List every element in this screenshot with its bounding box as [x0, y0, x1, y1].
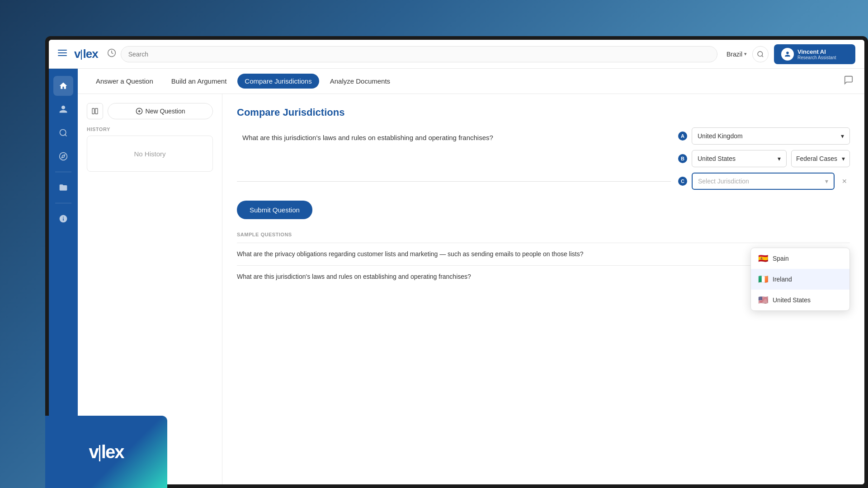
jurisdiction-label-c: C	[678, 177, 687, 186]
header-right: Brazil ▾ Vincent A	[726, 44, 855, 64]
submit-question-button[interactable]: Submit Question	[237, 201, 312, 219]
svg-point-8	[60, 153, 67, 160]
history-empty: No History	[87, 136, 213, 172]
spain-flag-icon: 🇪🇸	[758, 253, 768, 263]
svg-rect-10	[92, 108, 94, 114]
jurisdiction-b-value: United States	[698, 155, 736, 162]
cases-value: Federal Cases	[796, 155, 837, 162]
history-icon[interactable]	[107, 48, 116, 60]
nav-tabs: Answer a Question Build an Argument Comp…	[78, 69, 864, 94]
svg-rect-1	[58, 52, 67, 53]
header: vlex Brazil ▾	[49, 40, 864, 69]
close-jurisdiction-c-button[interactable]: ✕	[839, 176, 850, 187]
dropdown-item-united-states[interactable]: 🇺🇸 United States	[751, 290, 849, 310]
bottom-logo: vlex	[45, 416, 167, 488]
jurisdiction-select-c[interactable]: Select Jurisdiction ▾	[692, 173, 835, 190]
chevron-down-icon-c: ▾	[825, 178, 828, 185]
jurisdiction-row-b: B United States ▾ Federal Cases ▾	[678, 150, 850, 167]
jurisdiction-a-value: United Kingdom	[698, 132, 743, 140]
sidebar-item-info[interactable]	[53, 209, 73, 229]
new-question-button[interactable]: New Question	[108, 103, 213, 119]
history-label: HISTORY	[87, 127, 213, 132]
jurisdiction-dropdown: 🇪🇸 Spain 🇮🇪 Ireland 🇺🇸 United States	[750, 248, 850, 311]
vincent-name: Vincent AI	[797, 48, 836, 55]
jurisdiction-selectors: A United Kingdom ▾ B	[678, 127, 850, 190]
sidebar-divider-1	[55, 172, 71, 172]
ireland-flag-icon: 🇮🇪	[758, 274, 768, 284]
collapse-button[interactable]	[87, 103, 103, 119]
right-panel: Compare Jurisdictions What are this juri…	[222, 94, 864, 484]
svg-rect-2	[58, 55, 67, 56]
svg-marker-9	[61, 155, 65, 158]
jurisdiction-row-a: A United Kingdom ▾	[678, 127, 850, 145]
question-form: What are this jurisdiction's laws and ru…	[237, 127, 850, 219]
chevron-down-icon-a: ▾	[841, 132, 844, 140]
logo[interactable]: vlex	[74, 47, 98, 61]
vincent-subtitle: Research Assistant	[797, 55, 836, 60]
toolbar: New Question	[87, 103, 213, 119]
svg-rect-11	[95, 108, 98, 114]
dropdown-item-spain[interactable]: 🇪🇸 Spain	[751, 248, 849, 269]
tab-build-argument[interactable]: Build an Argument	[164, 74, 234, 89]
logo-text: vlex	[74, 47, 98, 61]
sidebar-item-home[interactable]	[53, 76, 73, 96]
us-flag-icon: 🇺🇸	[758, 295, 768, 305]
question-textarea[interactable]: What are this jurisdiction's laws and ru…	[237, 127, 671, 182]
tab-answer-question[interactable]: Answer a Question	[89, 74, 160, 89]
chevron-down-icon-b: ▾	[778, 155, 781, 162]
brazil-selector[interactable]: Brazil ▾	[726, 51, 747, 58]
content-area: Answer a Question Build an Argument Comp…	[78, 69, 864, 484]
svg-line-7	[65, 135, 67, 136]
sidebar-item-users[interactable]	[53, 99, 73, 119]
new-question-label: New Question	[146, 108, 185, 115]
sidebar-item-folder[interactable]	[53, 178, 73, 197]
jurisdiction-label-a: A	[678, 131, 687, 141]
tab-analyze-documents[interactable]: Analyze Documents	[323, 74, 397, 89]
jurisdiction-row-c: C Select Jurisdiction ▾ ✕	[678, 173, 850, 190]
tab-compare-jurisdictions[interactable]: Compare Jurisdictions	[237, 74, 319, 89]
dropdown-item-ireland[interactable]: 🇮🇪 Ireland	[751, 269, 849, 290]
jurisdiction-select-b[interactable]: United States ▾	[692, 150, 787, 167]
dropdown-spain-label: Spain	[773, 255, 789, 262]
svg-rect-0	[58, 50, 67, 51]
dropdown-us-label: United States	[773, 296, 811, 304]
sample-questions-label: SAMPLE QUESTIONS	[237, 232, 850, 237]
history-section: HISTORY No History	[87, 127, 213, 172]
jurisdiction-c-placeholder: Select Jurisdiction	[698, 178, 749, 185]
main-layout: Answer a Question Build an Argument Comp…	[49, 69, 864, 484]
sidebar-item-compass[interactable]	[53, 146, 73, 166]
avatar	[781, 48, 794, 61]
sidebar-item-search[interactable]	[53, 123, 73, 143]
jurisdiction-select-a[interactable]: United Kingdom ▾	[692, 127, 850, 145]
page-title: Compare Jurisdictions	[237, 107, 850, 118]
svg-point-6	[60, 130, 66, 136]
jurisdiction-label-b: B	[678, 154, 687, 163]
chat-icon[interactable]	[844, 75, 854, 87]
vincent-ai-button[interactable]: Vincent AI Research Assistant	[774, 44, 855, 64]
search-button[interactable]	[752, 46, 769, 62]
cases-select[interactable]: Federal Cases ▾	[791, 150, 850, 167]
svg-line-5	[762, 56, 763, 57]
svg-point-4	[758, 52, 763, 56]
brazil-label: Brazil	[726, 51, 742, 58]
menu-icon[interactable]	[58, 48, 67, 60]
bottom-logo-text: vlex	[89, 442, 124, 462]
sidebar-divider-2	[55, 203, 71, 203]
page-content: New Question HISTORY No History Compare …	[78, 94, 864, 484]
chevron-down-icon-cases: ▾	[842, 155, 845, 162]
search-input[interactable]	[121, 46, 717, 62]
dropdown-ireland-label: Ireland	[773, 276, 792, 283]
form-row: What are this jurisdiction's laws and ru…	[237, 127, 850, 190]
vincent-text: Vincent AI Research Assistant	[797, 48, 836, 60]
chevron-down-icon: ▾	[744, 51, 747, 57]
